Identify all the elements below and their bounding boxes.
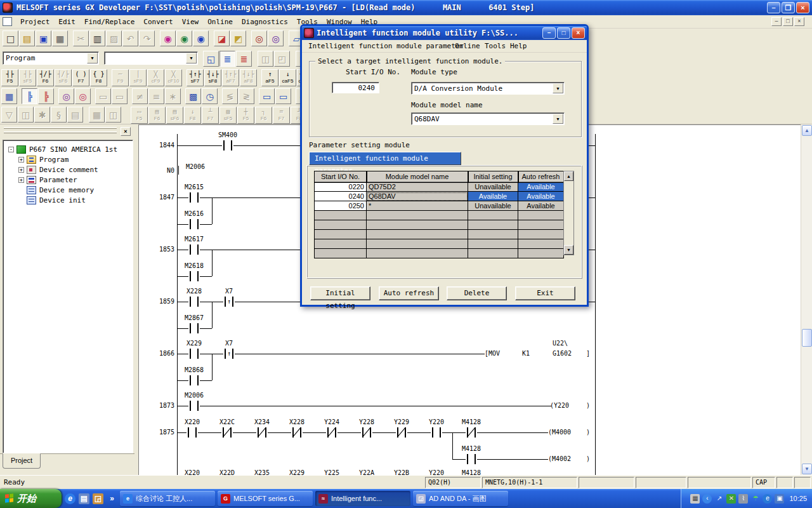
cell-empty[interactable]	[315, 230, 367, 239]
cell-model-name[interactable]: *	[367, 201, 468, 211]
table-scrollbar[interactable]: ▲ ▼	[563, 171, 574, 255]
delete-button[interactable]: Delete	[447, 286, 507, 300]
cell-empty[interactable]	[315, 211, 367, 220]
tree-item-device-memory[interactable]: Device memory	[3, 185, 133, 195]
scroll-down-icon[interactable]: ▼	[564, 245, 573, 255]
tree-item-device-comment[interactable]: +Device comment	[3, 164, 133, 175]
chevron-down-icon[interactable]: ▼	[553, 114, 563, 124]
scrollbar-thumb[interactable]	[802, 329, 812, 347]
cell-empty[interactable]	[367, 230, 468, 239]
vertical-scrollbar[interactable]: ▲ ▼	[801, 124, 812, 475]
device-combo[interactable]: ▼	[104, 51, 198, 65]
initial-setting-button[interactable]: Initial setting	[310, 286, 370, 300]
scroll-up-icon[interactable]: ▲	[564, 171, 573, 181]
cell-start-io[interactable]: 0240	[315, 192, 367, 201]
toolbar-button-tree-view[interactable]: ╠	[22, 88, 37, 104]
menu-edit[interactable]: Edit	[54, 17, 80, 27]
menu-view[interactable]: View	[178, 17, 204, 27]
tree-item-parameter[interactable]: +Parameter	[3, 175, 133, 185]
cell-start-io[interactable]: 0220	[315, 182, 367, 192]
toolbar-button-zoom-in[interactable]: ◎	[251, 30, 267, 46]
cell-empty[interactable]	[367, 220, 468, 230]
ie-icon[interactable]: e	[65, 493, 75, 504]
menu-online[interactable]: Online	[203, 17, 237, 27]
toolbar-button-find-instruction[interactable]: ◉	[176, 30, 192, 46]
dialog-menu-tools[interactable]: Tools	[483, 41, 507, 51]
cell-empty[interactable]	[367, 239, 468, 249]
cell-empty[interactable]	[468, 211, 518, 220]
tab-intelligent-function-module-parameter[interactable]: Intelligent function module parameter	[309, 152, 461, 165]
taskbar-task-item[interactable]: e综合讨论 工控人...	[120, 491, 215, 506]
scroll-up-icon[interactable]: ▲	[802, 125, 812, 136]
ladder-button-sf7[interactable]: ┤↑├sF7	[187, 69, 204, 86]
cell-model-name[interactable]: QD75D2	[367, 182, 468, 192]
dialog-close-button[interactable]: ×	[572, 27, 585, 39]
mdi-close-button[interactable]: ×	[794, 17, 804, 26]
tree-item-program[interactable]: +Program	[3, 154, 133, 164]
toolbar-button-tree-edit[interactable]: ╠	[38, 88, 54, 104]
media-icon[interactable]: ◲	[93, 493, 103, 504]
ladder-button-af5[interactable]: ↑aF5	[261, 69, 278, 86]
toolbar-button-save[interactable]: ▣	[36, 30, 51, 46]
toolbar-button-zoom-out[interactable]: ◎	[268, 30, 284, 46]
menu-find-replace[interactable]: Find/Replace	[80, 17, 139, 27]
tree-item-device-init[interactable]: Device init	[3, 195, 133, 205]
start-io-input[interactable]	[332, 83, 379, 93]
cell-empty[interactable]	[468, 249, 518, 258]
chevron-down-icon[interactable]: ▼	[87, 53, 98, 64]
cell-initial-setting[interactable]: Unavailable	[468, 201, 518, 211]
expand-icon[interactable]: +	[18, 177, 24, 183]
toolbar-button-find-zoom-edit[interactable]: ◎	[75, 88, 91, 104]
toolbar-button-macro[interactable]: ◱	[203, 51, 219, 67]
dialog-menu-online[interactable]: Online	[454, 41, 481, 51]
toolbar-button-copy[interactable]: ▥	[89, 30, 105, 46]
update-icon[interactable]: ▣	[775, 494, 784, 504]
toolbar-button-find-string[interactable]: ◉	[193, 30, 209, 46]
module-type-combo[interactable]: D/A Conversion Module ▼	[411, 82, 565, 95]
model-name-combo[interactable]: Q68DAV ▼	[411, 112, 565, 125]
toolbar-button-open[interactable]: ▤	[19, 30, 35, 46]
chevron-down-icon[interactable]: ▼	[553, 83, 563, 93]
cell-empty[interactable]	[518, 239, 564, 249]
toolbar-button-print[interactable]: ▦	[52, 30, 68, 46]
ladder-button-sf8[interactable]: ┤↓├sF8	[204, 69, 221, 86]
toolbar-button-new[interactable]: □	[3, 30, 18, 46]
taskbar-task-intelligent-func[interactable]: ≈Intelligent func...	[315, 491, 410, 506]
program-combo[interactable]: Program ▼	[3, 51, 99, 65]
menu-project[interactable]: Project	[16, 17, 54, 27]
toolbar-button-ladder-list[interactable]: ▦	[1, 88, 17, 104]
toolbar-button-grid-program[interactable]: ▩	[185, 88, 201, 104]
cell-auto-refresh[interactable]: Available	[518, 192, 564, 201]
cell-empty[interactable]	[367, 249, 468, 258]
minimize-button[interactable]: –	[767, 2, 780, 13]
toolbar-button-replace-string[interactable]: ◩	[230, 30, 246, 46]
cell-initial-setting[interactable]: Unavailable	[468, 182, 518, 192]
ladder-button-caf5[interactable]: ↓caF5	[279, 69, 296, 86]
cell-empty[interactable]	[518, 249, 564, 258]
tab-project[interactable]: Project	[3, 453, 41, 469]
start-button[interactable]: 开始	[0, 489, 62, 508]
toolbar-button-clock-monitor[interactable]: ◷	[202, 88, 218, 104]
cell-empty[interactable]	[518, 230, 564, 239]
auto-refresh-button[interactable]: Auto refresh	[379, 286, 439, 300]
dialog-minimize-button[interactable]: –	[542, 27, 556, 39]
cell-auto-refresh[interactable]: Available	[518, 201, 564, 211]
toolbar-button-find-device[interactable]: ◉	[160, 30, 176, 46]
cell-empty[interactable]	[367, 211, 468, 220]
launcher-icon[interactable]: ⌇	[738, 494, 748, 504]
desktop-icon[interactable]: ▤	[79, 493, 89, 504]
cell-empty[interactable]	[315, 239, 367, 249]
dialog-menu-intelligent-function-module-parameter[interactable]: Intelligent function module parameter	[307, 41, 465, 51]
ladder-button-f5[interactable]: ┤├F5	[1, 69, 18, 86]
cell-empty[interactable]	[518, 211, 564, 220]
ladder-button-f7[interactable]: ( )F7	[72, 69, 89, 86]
mdi-restore-button[interactable]: □	[783, 17, 793, 26]
toolbar-button-find-zoom[interactable]: ◎	[58, 88, 74, 104]
close-button[interactable]: ×	[796, 2, 809, 13]
toolbar-button-replace-device[interactable]: ◪	[214, 30, 230, 46]
mdi-minimize-button[interactable]: –	[771, 17, 782, 26]
cell-empty[interactable]	[468, 220, 518, 230]
exit-button[interactable]: Exit	[515, 286, 575, 300]
collapse-chevron-icon[interactable]: ‹	[702, 494, 712, 504]
chevron-down-icon[interactable]: ▼	[186, 53, 197, 64]
